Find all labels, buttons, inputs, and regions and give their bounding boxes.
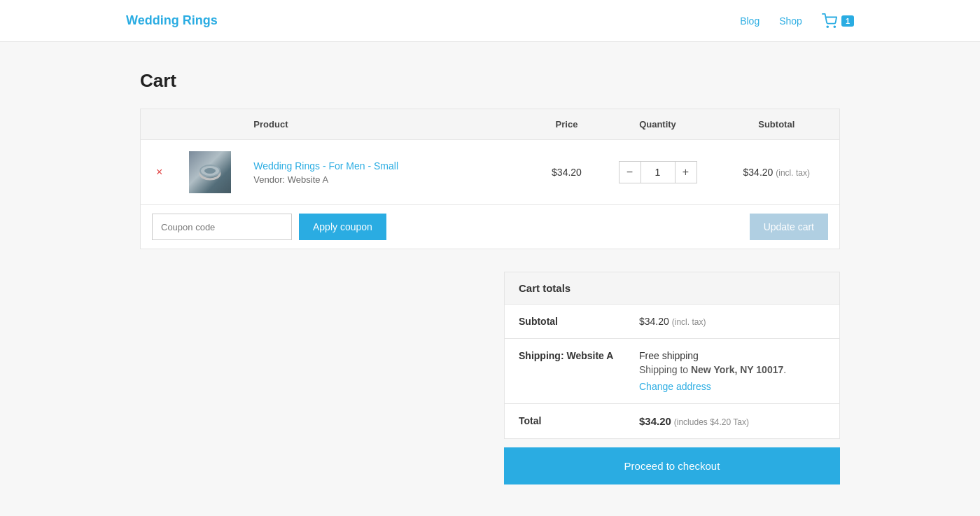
coupon-left: Apply coupon [152, 214, 386, 240]
col-product-header: Product [242, 109, 531, 140]
product-name-link[interactable]: Wedding Rings - For Men - Small [253, 160, 398, 172]
change-address-link[interactable]: Change address [639, 381, 825, 392]
shipping-method: Free shipping [639, 350, 825, 361]
product-image [189, 151, 231, 193]
quantity-stepper: − + [613, 161, 703, 183]
checkout-btn-wrapper: Proceed to checkout [504, 439, 840, 484]
totals-total-value: $34.20 (includes $4.20 Tax) [639, 415, 825, 427]
apply-coupon-button[interactable]: Apply coupon [299, 214, 386, 240]
svg-point-0 [827, 26, 828, 27]
main-nav: Blog Shop 1 [740, 13, 854, 29]
product-price: $34.20 [552, 167, 582, 178]
cart-icon-wrapper[interactable]: 1 [822, 13, 854, 29]
qty-input[interactable] [641, 161, 675, 183]
site-logo[interactable]: Wedding Rings [126, 13, 218, 28]
subtotal-tax-note: (incl. tax) [776, 168, 810, 178]
col-qty-header: Quantity [602, 109, 714, 140]
svg-point-1 [834, 26, 835, 27]
cart-badge: 1 [841, 15, 854, 27]
product-thumbnail [189, 151, 231, 193]
update-cart-button[interactable]: Update cart [750, 214, 828, 240]
cart-totals-section: Cart totals Subtotal $34.20 (incl. tax) … [140, 272, 840, 484]
product-price-cell: $34.20 [532, 140, 602, 205]
ring-image-icon [196, 158, 224, 186]
col-image-header [178, 109, 242, 140]
totals-subtotal-row: Subtotal $34.20 (incl. tax) [505, 305, 839, 339]
cart-icon [822, 13, 837, 29]
total-amount: $34.20 [639, 415, 671, 427]
main-content: Cart Product Price Quantity Subtotal × [126, 42, 854, 516]
product-info-cell: Wedding Rings - For Men - Small Vendor: … [242, 140, 531, 205]
product-image-cell [178, 140, 242, 205]
totals-subtotal-value: $34.20 (incl. tax) [639, 316, 825, 327]
totals-shipping-row: Shipping: Website A Free shipping Shippi… [505, 339, 839, 404]
cart-totals-column: Cart totals Subtotal $34.20 (incl. tax) … [504, 272, 840, 484]
table-row: × [141, 140, 840, 205]
totals-total-row: Total $34.20 (includes $4.20 Tax) [505, 404, 839, 438]
total-tax-note: (includes $4.20 Tax) [674, 417, 749, 427]
totals-total-label: Total [519, 415, 631, 426]
totals-subtotal-label: Subtotal [519, 316, 631, 327]
coupon-input[interactable] [152, 214, 292, 240]
cart-table: Product Price Quantity Subtotal × [140, 109, 840, 249]
totals-shipping-label: Shipping: Website A [519, 350, 631, 361]
product-vendor: Vendor: Website A [253, 174, 520, 185]
coupon-cell: Apply coupon Update cart [141, 205, 840, 249]
page-title: Cart [140, 70, 840, 92]
totals-shipping-value: Free shipping Shipping to New York, NY 1… [639, 350, 825, 392]
coupon-row: Apply coupon Update cart [141, 205, 840, 249]
coupon-row-inner: Apply coupon Update cart [152, 214, 828, 240]
product-qty-cell: − + [602, 140, 714, 205]
qty-increase-button[interactable]: + [675, 161, 697, 183]
cart-totals-header: Cart totals [505, 272, 839, 305]
nav-shop[interactable]: Shop [779, 15, 802, 27]
cart-totals-box: Cart totals Subtotal $34.20 (incl. tax) … [504, 272, 840, 439]
col-subtotal-header: Subtotal [714, 109, 840, 140]
product-subtotal: $34.20 [743, 167, 774, 178]
product-subtotal-cell: $34.20 (incl. tax) [714, 140, 840, 205]
proceed-checkout-button[interactable]: Proceed to checkout [504, 447, 840, 484]
remove-item-button[interactable]: × [152, 165, 167, 180]
shipping-address: Shipping to New York, NY 10017. [639, 364, 825, 375]
site-header: Wedding Rings Blog Shop 1 [0, 0, 980, 42]
col-remove-header [141, 109, 178, 140]
nav-blog[interactable]: Blog [740, 15, 760, 27]
remove-cell: × [141, 140, 178, 205]
col-price-header: Price [532, 109, 602, 140]
svg-point-5 [204, 168, 216, 174]
qty-decrease-button[interactable]: − [619, 161, 641, 183]
cart-table-header: Product Price Quantity Subtotal [141, 109, 840, 140]
